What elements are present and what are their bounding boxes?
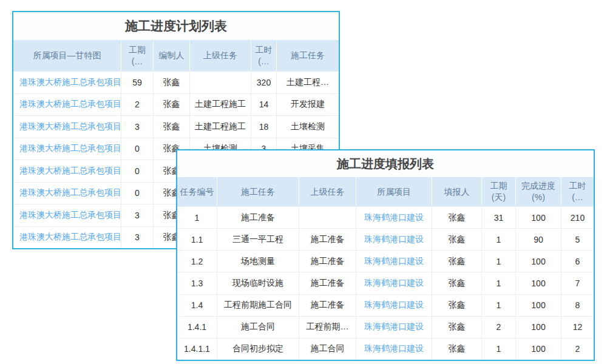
page: 施工进度计划列表 所属项目—甘特图 工期(… 编制人 上级任务 工时(… 施工任… [0,0,607,364]
cell-task: 土壤检测 [277,116,339,138]
cell-duration: 0 [121,160,154,182]
plan-header-parent-task: 上级任务 [190,40,251,71]
cell-reporter: 张鑫 [432,295,482,316]
cell-project-link[interactable]: 港珠澳大桥施工总承包项目 [13,72,121,93]
cell-task-no: 1.2 [177,251,217,272]
table-row: 1.1 三通一平工程 施工准备 珠海鹤港口建设 张鑫 1 90 5 [177,228,594,250]
plan-table-header-row: 所属项目—甘特图 工期(… 编制人 上级任务 工时(… 施工任务 [13,40,339,71]
cell-project-link[interactable]: 港珠澳大桥施工总承包项目 [13,227,121,249]
cell-task-no: 1.4.1.1 [177,339,217,360]
cell-hours: 210 [561,207,594,228]
cell-project-link[interactable]: 珠海鹤港口建设 [356,339,432,360]
cell-hours: 8 [561,295,594,316]
table-row: 港珠澳大桥施工总承包项目 59 张鑫 320 土建工程… [13,71,339,93]
plan-header-creator: 编制人 [154,40,190,71]
cell-reporter: 张鑫 [432,207,482,228]
cell-project-link[interactable]: 珠海鹤港口建设 [356,207,432,228]
cell-duration: 2 [482,317,516,338]
cell-project-link[interactable]: 港珠澳大桥施工总承包项目 [13,160,121,182]
cell-task: 工程前期施工合同 [217,295,299,316]
cell-task: 场地测量 [217,251,299,272]
cell-project-link[interactable]: 港珠澳大桥施工总承包项目 [13,116,121,138]
report-header-parent-task: 上级任务 [299,177,356,206]
cell-project-link[interactable]: 珠海鹤港口建设 [356,272,432,294]
cell-hours: 14 [251,94,277,116]
cell-hours: 6 [561,251,594,272]
cell-progress: 100 [516,207,561,228]
cell-duration: 31 [482,207,516,228]
cell-task: 土建工程… [277,72,339,93]
cell-reporter: 张鑫 [432,272,482,294]
cell-parent-task: 土建工程施工 [190,94,251,116]
cell-parent-task: 施工准备 [299,272,356,294]
cell-creator: 张鑫 [154,72,190,93]
report-table-body: 1 施工准备 珠海鹤港口建设 张鑫 31 100 210 1.1 三通一平工程 … [177,206,594,360]
cell-progress: 100 [516,272,561,294]
cell-duration: 59 [121,72,154,93]
cell-duration: 1 [482,295,516,316]
cell-progress: 100 [516,317,561,338]
cell-duration: 3 [121,204,154,226]
report-header-progress: 完成进度(%) [516,177,561,206]
cell-hours: 5 [561,229,594,250]
cell-parent-task: 施工准备 [299,229,356,250]
cell-hours: 320 [251,72,277,93]
cell-project-link[interactable]: 港珠澳大桥施工总承包项目 [13,183,121,204]
report-header-project: 所属项目 [356,177,432,206]
cell-task: 开发报建 [277,94,339,116]
cell-project-link[interactable]: 珠海鹤港口建设 [356,295,432,316]
plan-header-duration: 工期(… [121,40,154,71]
cell-reporter: 张鑫 [432,317,482,338]
table-row: 1.4.1 施工合同 工程前期… 珠海鹤港口建设 张鑫 2 100 12 [177,316,594,338]
cell-duration: 0 [121,138,154,160]
cell-hours: 12 [561,317,594,338]
cell-project-link[interactable]: 港珠澳大桥施工总承包项目 [13,204,121,226]
report-header-duration: 工期(天) [482,177,516,206]
table-row: 港珠澳大桥施工总承包项目 3 张鑫 土建工程施工 18 土壤检测 [13,115,339,138]
cell-task: 现场临时设施 [217,272,299,294]
cell-duration: 1 [482,251,516,272]
cell-task-no: 1 [177,207,217,228]
report-table-title: 施工进度填报列表 [177,150,594,177]
cell-progress: 100 [516,295,561,316]
plan-header-project: 所属项目—甘特图 [13,40,121,71]
cell-project-link[interactable]: 珠海鹤港口建设 [356,317,432,338]
cell-reporter: 张鑫 [432,339,482,360]
cell-parent-task [190,72,251,93]
cell-duration: 3 [121,227,154,249]
table-row: 1.3 现场临时设施 施工准备 珠海鹤港口建设 张鑫 1 100 7 [177,272,594,294]
table-row: 1.2 场地测量 施工准备 珠海鹤港口建设 张鑫 1 100 6 [177,250,594,272]
cell-task-no: 1.4.1 [177,317,217,338]
report-table-panel: 施工进度填报列表 任务编号 施工任务 上级任务 所属项目 填报人 工期(天) 完… [176,149,595,361]
cell-task-no: 1.3 [177,272,217,294]
plan-table-title: 施工进度计划列表 [13,12,339,40]
cell-parent-task: 施工合同 [299,339,356,360]
cell-progress: 100 [516,339,561,360]
cell-task: 三通一平工程 [217,229,299,250]
cell-task: 施工准备 [217,207,299,228]
cell-task-no: 1.1 [177,229,217,250]
cell-project-link[interactable]: 珠海鹤港口建设 [356,251,432,272]
cell-task: 施工合同 [217,317,299,338]
table-row: 1.4.1.1 合同初步拟定 施工合同 珠海鹤港口建设 张鑫 1 100 2 [177,338,594,360]
cell-progress: 100 [516,251,561,272]
report-table-header-row: 任务编号 施工任务 上级任务 所属项目 填报人 工期(天) 完成进度(%) 工时… [177,177,594,206]
cell-duration: 2 [121,94,154,116]
cell-creator: 张鑫 [154,94,190,116]
report-header-hours: 工时(… [561,177,594,206]
cell-task: 合同初步拟定 [217,339,299,360]
cell-creator: 张鑫 [154,116,190,138]
cell-project-link[interactable]: 珠海鹤港口建设 [356,229,432,250]
cell-duration: 1 [482,229,516,250]
cell-progress: 90 [516,229,561,250]
cell-parent-task: 工程前期… [299,317,356,338]
cell-project-link[interactable]: 港珠澳大桥施工总承包项目 [13,138,121,160]
cell-project-link[interactable]: 港珠澳大桥施工总承包项目 [13,94,121,116]
cell-task-no: 1.4 [177,295,217,316]
cell-duration: 1 [482,339,516,360]
cell-duration: 1 [482,272,516,294]
table-row: 1 施工准备 珠海鹤港口建设 张鑫 31 100 210 [177,206,594,228]
report-header-task-no: 任务编号 [177,177,217,206]
cell-parent-task: 土建工程施工 [190,116,251,138]
report-header-task: 施工任务 [217,177,299,206]
